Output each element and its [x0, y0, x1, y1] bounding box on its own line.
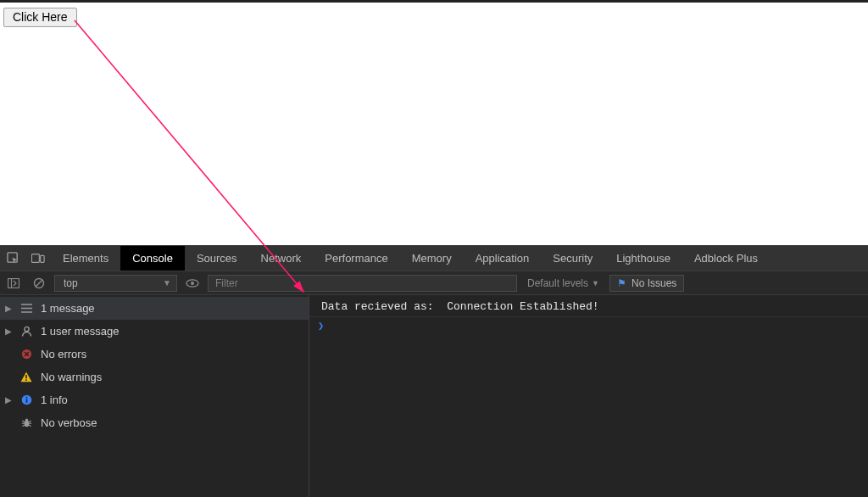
sidebar-toggle-icon[interactable]: [3, 273, 24, 293]
svg-point-22: [25, 419, 27, 422]
disclosure-icon: ▶: [5, 395, 12, 405]
svg-line-25: [22, 421, 24, 422]
tab-sources[interactable]: Sources: [185, 246, 249, 271]
sidebar-item-info[interactable]: ▶ 1 info: [0, 388, 309, 411]
console-prompt[interactable]: ❯: [309, 317, 868, 335]
context-value: top: [64, 277, 78, 289]
chevron-right-icon: ❯: [318, 321, 324, 332]
svg-rect-1: [31, 254, 39, 262]
sidebar-item-label: 1 info: [41, 394, 68, 406]
sidebar-item-user-messages[interactable]: ▶ 1 user message: [0, 320, 309, 343]
device-toggle-icon[interactable]: [25, 246, 51, 271]
svg-point-21: [24, 421, 29, 427]
clear-console-icon[interactable]: [29, 273, 49, 293]
sidebar-item-label: No errors: [41, 348, 86, 360]
error-icon: [19, 349, 33, 360]
tab-lighthouse[interactable]: Lighthouse: [604, 246, 682, 271]
log-levels-label: Default levels: [527, 277, 588, 289]
svg-rect-17: [25, 379, 27, 381]
live-expression-icon[interactable]: [182, 273, 203, 293]
tab-elements[interactable]: Elements: [51, 246, 120, 271]
svg-rect-2: [41, 255, 44, 262]
svg-rect-16: [25, 375, 27, 378]
svg-rect-20: [25, 397, 27, 399]
filter-input[interactable]: [208, 275, 517, 292]
svg-rect-3: [8, 278, 19, 288]
sidebar-item-verbose[interactable]: No verbose: [0, 411, 309, 434]
tab-application[interactable]: Application: [464, 246, 542, 271]
flag-icon: ⚑: [617, 277, 626, 289]
disclosure-icon: ▶: [5, 304, 12, 313]
console-output[interactable]: Data recieved as: Connection Established…: [309, 295, 868, 497]
svg-point-8: [191, 282, 194, 285]
sidebar-item-warnings[interactable]: No warnings: [0, 366, 309, 388]
tab-security[interactable]: Security: [541, 246, 604, 271]
sidebar-item-messages[interactable]: ▶ 1 message: [0, 297, 309, 320]
issues-label: No Issues: [632, 277, 676, 289]
click-here-button[interactable]: Click Here: [3, 8, 77, 27]
bug-icon: [19, 417, 33, 428]
caret-down-icon: ▼: [163, 278, 171, 288]
tab-network[interactable]: Network: [249, 246, 314, 271]
svg-line-27: [22, 425, 24, 426]
info-icon: [19, 394, 33, 405]
page-viewport: Click Here: [0, 0, 868, 245]
sidebar-item-label: No verbose: [41, 416, 97, 429]
svg-rect-19: [25, 399, 27, 403]
sidebar-item-label: No warnings: [41, 371, 102, 383]
tab-memory[interactable]: Memory: [400, 246, 464, 271]
context-selector[interactable]: top ▼: [54, 275, 177, 292]
svg-line-6: [36, 280, 42, 287]
console-body: ▶ 1 message ▶ 1 user message No errors: [0, 295, 868, 497]
list-icon: [19, 304, 33, 313]
svg-line-28: [29, 425, 31, 426]
devtools-panel: Elements Console Sources Network Perform…: [0, 245, 868, 497]
tab-console[interactable]: Console: [120, 246, 185, 271]
inspect-icon[interactable]: [0, 246, 25, 271]
tab-performance[interactable]: Performance: [313, 246, 399, 271]
warning-icon: [19, 371, 33, 383]
disclosure-icon: ▶: [5, 327, 12, 336]
console-log-line: Data recieved as: Connection Established…: [309, 299, 868, 317]
user-icon: [19, 326, 33, 337]
devtools-tab-bar: Elements Console Sources Network Perform…: [0, 246, 868, 271]
sidebar-item-label: 1 message: [41, 302, 95, 315]
sidebar-item-errors[interactable]: No errors: [0, 343, 309, 366]
sidebar-item-label: 1 user message: [41, 325, 120, 338]
issues-chip[interactable]: ⚑ No Issues: [609, 275, 684, 292]
tab-adblock-plus[interactable]: Adblock Plus: [682, 246, 770, 271]
console-sidebar: ▶ 1 message ▶ 1 user message No errors: [0, 295, 309, 497]
svg-point-12: [24, 327, 28, 331]
caret-down-icon: ▼: [592, 279, 599, 288]
console-toolbar: top ▼ Default levels ▼ ⚑ No Issues: [0, 271, 868, 295]
svg-line-26: [29, 421, 31, 422]
log-levels-selector[interactable]: Default levels ▼: [522, 277, 604, 289]
